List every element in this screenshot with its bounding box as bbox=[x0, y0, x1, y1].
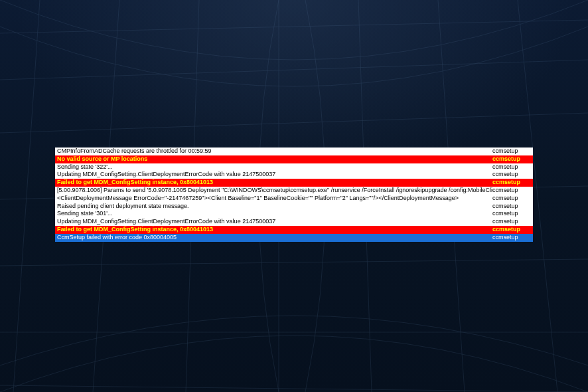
log-viewer-panel: CMPInfoFromADCache requests are throttle… bbox=[55, 147, 533, 242]
log-message: Updating MDM_ConfigSetting.ClientDeploym… bbox=[57, 218, 492, 226]
log-row[interactable]: <ClientDeploymentMessage ErrorCode="-214… bbox=[55, 195, 533, 203]
log-component: ccmsetup bbox=[492, 163, 531, 171]
log-message: [5.00.9078.1006] Params to send '5.0.907… bbox=[57, 187, 492, 195]
log-message: No valid source or MP locations bbox=[57, 155, 492, 163]
log-component: ccmsetup bbox=[492, 195, 531, 203]
log-message: <ClientDeploymentMessage ErrorCode="-214… bbox=[57, 195, 492, 203]
log-row[interactable]: Failed to get MDM_ConfigSetting instance… bbox=[55, 226, 533, 234]
svg-line-4 bbox=[0, 259, 588, 266]
svg-line-1 bbox=[0, 60, 588, 80]
log-row[interactable]: Sending state '322'...ccmsetup bbox=[55, 163, 533, 171]
log-message: Sending state '322'... bbox=[57, 163, 492, 171]
svg-line-0 bbox=[0, 20, 588, 33]
log-component: ccmsetup bbox=[492, 234, 531, 242]
log-component: ccmsetup bbox=[492, 147, 531, 155]
log-row[interactable]: Raised pending client deployment state m… bbox=[55, 203, 533, 211]
log-component: ccmsetup bbox=[492, 226, 531, 234]
log-component: ccmsetup bbox=[492, 210, 531, 218]
log-component: ccmsetup bbox=[492, 155, 531, 163]
log-row[interactable]: Sending state '301'...ccmsetup bbox=[55, 210, 533, 218]
log-component: ccmsetup bbox=[492, 179, 531, 187]
log-component: ccmsetup bbox=[492, 171, 531, 179]
log-row[interactable]: Updating MDM_ConfigSetting.ClientDeploym… bbox=[55, 218, 533, 226]
log-row[interactable]: [5.00.9078.1006] Params to send '5.0.907… bbox=[55, 187, 533, 195]
log-row[interactable]: Updating MDM_ConfigSetting.ClientDeploym… bbox=[55, 171, 533, 179]
log-row[interactable]: Failed to get MDM_ConfigSetting instance… bbox=[55, 179, 533, 187]
log-message: Sending state '301'... bbox=[57, 210, 492, 218]
svg-line-2 bbox=[0, 113, 588, 133]
log-component: ccmsetup bbox=[492, 187, 531, 195]
log-message: CcmSetup failed with error code 0x800040… bbox=[57, 234, 492, 242]
svg-line-6 bbox=[0, 385, 588, 392]
log-message: Updating MDM_ConfigSetting.ClientDeploym… bbox=[57, 171, 492, 179]
log-message: Failed to get MDM_ConfigSetting instance… bbox=[57, 226, 492, 234]
log-row[interactable]: CcmSetup failed with error code 0x800040… bbox=[55, 234, 533, 242]
log-message: Failed to get MDM_ConfigSetting instance… bbox=[57, 179, 492, 187]
log-row[interactable]: CMPInfoFromADCache requests are throttle… bbox=[55, 147, 533, 155]
log-message: Raised pending client deployment state m… bbox=[57, 203, 492, 211]
svg-line-7 bbox=[13, 0, 40, 392]
log-message: CMPInfoFromADCache requests are throttle… bbox=[57, 147, 492, 155]
log-component: ccmsetup bbox=[492, 218, 531, 226]
log-component: ccmsetup bbox=[492, 203, 531, 211]
log-row[interactable]: No valid source or MP locationsccmsetup bbox=[55, 155, 533, 163]
